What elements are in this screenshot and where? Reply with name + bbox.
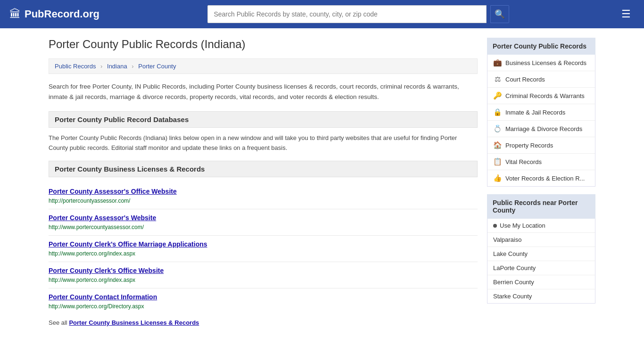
sidebar-item-label: Voter Records & Election R... bbox=[505, 175, 585, 182]
sidebar-item-inmate[interactable]: 🔒 Inmate & Jail Records bbox=[487, 104, 595, 121]
search-input[interactable] bbox=[207, 5, 487, 23]
location-dot-icon bbox=[493, 224, 497, 228]
sidebar-section-records: Porter County Public Records 💼 Business … bbox=[487, 38, 595, 187]
briefcase-icon: 💼 bbox=[493, 58, 502, 67]
logo-text: PubRecord.org bbox=[25, 8, 99, 20]
sidebar-nearby-label: LaPorte County bbox=[493, 264, 536, 272]
sidebar-section-nearby: Public Records near Porter County Use My… bbox=[487, 194, 595, 304]
sidebar-nearby-berrien-county[interactable]: Berrien County bbox=[487, 275, 595, 289]
page-title: Porter County Public Records (Indiana) bbox=[49, 38, 478, 51]
sidebar-item-label: Court Records bbox=[505, 76, 545, 83]
sidebar-nearby-label: Starke County bbox=[493, 293, 532, 300]
record-link-url: http://portercountyassessor.com/ bbox=[49, 197, 130, 204]
house-icon: 🏠 bbox=[493, 141, 502, 149]
logo-icon: 🏛 bbox=[9, 8, 21, 21]
record-link-item: Porter County Contact Information http:/… bbox=[49, 288, 478, 314]
record-link-item: Porter County Assessor's Office Website … bbox=[49, 183, 478, 209]
sidebar-item-label: Inmate & Jail Records bbox=[505, 109, 565, 116]
sidebar-item-label: Marriage & Divorce Records bbox=[505, 125, 582, 132]
databases-section-header: Porter County Public Record Databases bbox=[49, 111, 478, 128]
rings-icon: 💍 bbox=[493, 124, 502, 133]
sidebar-nearby-lake-county[interactable]: Lake County bbox=[487, 247, 595, 261]
links-list: Porter County Assessor's Office Website … bbox=[49, 183, 478, 314]
key-icon: 🔑 bbox=[493, 91, 502, 100]
logo-area[interactable]: 🏛 PubRecord.org bbox=[9, 8, 99, 21]
record-link-item: Porter County Clerk's Office Marriage Ap… bbox=[49, 236, 478, 262]
sidebar-nearby-valparaiso[interactable]: Valparaiso bbox=[487, 233, 595, 247]
sidebar-section-records-header: Porter County Public Records bbox=[487, 38, 595, 55]
business-section: Porter County Business Licenses & Record… bbox=[49, 161, 478, 326]
breadcrumb-link-public-records[interactable]: Public Records bbox=[55, 63, 96, 70]
business-section-header: Porter County Business Licenses & Record… bbox=[49, 161, 478, 177]
description: Search for free Porter County, IN Public… bbox=[49, 82, 478, 102]
record-link-item: Porter County Assessor's Website http://… bbox=[49, 209, 478, 236]
search-area: 🔍 bbox=[207, 5, 509, 23]
sidebar-item-criminal[interactable]: 🔑 Criminal Records & Warrants bbox=[487, 88, 595, 104]
menu-button[interactable]: ☰ bbox=[618, 6, 635, 22]
record-link-title[interactable]: Porter County Assessor's Website bbox=[49, 214, 478, 222]
sidebar-section-records-body: 💼 Business Licenses & Records ⚖ Court Re… bbox=[487, 55, 595, 187]
record-link-item: Porter County Clerk's Office Website htt… bbox=[49, 262, 478, 288]
see-all-link[interactable]: Porter County Business Licenses & Record… bbox=[69, 319, 199, 326]
sidebar-item-marriage[interactable]: 💍 Marriage & Divorce Records bbox=[487, 121, 595, 137]
sidebar: Porter County Public Records 💼 Business … bbox=[487, 38, 595, 326]
sidebar-nearby-label: Berrien County bbox=[493, 279, 534, 286]
sidebar-item-label: Property Records bbox=[505, 142, 553, 149]
record-link-url: http://www.portercountyassessor.com/ bbox=[49, 224, 144, 230]
lock-icon: 🔒 bbox=[493, 108, 502, 116]
record-link-title[interactable]: Porter County Clerk's Office Marriage Ap… bbox=[49, 240, 478, 248]
sidebar-item-court[interactable]: ⚖ Court Records bbox=[487, 71, 595, 88]
sidebar-item-label: Business Licenses & Records bbox=[505, 59, 586, 66]
scales-icon: ⚖ bbox=[493, 75, 502, 83]
sidebar-section-nearby-body: Use My Location Valparaiso Lake County L… bbox=[487, 219, 595, 304]
record-link-url: http://www.porterco.org/index.aspx bbox=[49, 250, 135, 257]
databases-section: Porter County Public Record Databases Th… bbox=[49, 111, 478, 153]
main-container: Porter County Public Records (Indiana) P… bbox=[39, 28, 605, 326]
sidebar-item-vital[interactable]: 📋 Vital Records bbox=[487, 154, 595, 170]
content: Porter County Public Records (Indiana) P… bbox=[49, 38, 478, 326]
databases-description: The Porter County Public Records (Indian… bbox=[49, 133, 478, 153]
record-link-title[interactable]: Porter County Assessor's Office Website bbox=[49, 188, 478, 195]
sidebar-nearby-starke-county[interactable]: Starke County bbox=[487, 289, 595, 303]
record-link-title[interactable]: Porter County Clerk's Office Website bbox=[49, 267, 478, 274]
sidebar-nearby-label: Use My Location bbox=[500, 222, 545, 229]
clipboard-icon: 📋 bbox=[493, 157, 502, 166]
sidebar-item-label: Vital Records bbox=[505, 158, 542, 165]
thumbsup-icon: 👍 bbox=[493, 174, 502, 182]
header: 🏛 PubRecord.org 🔍 ☰ bbox=[0, 0, 644, 28]
breadcrumb-link-porter-county[interactable]: Porter County bbox=[138, 63, 176, 70]
sidebar-item-property[interactable]: 🏠 Property Records bbox=[487, 137, 595, 154]
sidebar-item-business[interactable]: 💼 Business Licenses & Records bbox=[487, 55, 595, 71]
search-icon: 🔍 bbox=[495, 9, 505, 19]
sidebar-item-label: Criminal Records & Warrants bbox=[505, 92, 585, 99]
record-link-title[interactable]: Porter County Contact Information bbox=[49, 293, 478, 301]
record-link-url: http://www.porterco.org/index.aspx bbox=[49, 277, 135, 283]
sidebar-item-voter[interactable]: 👍 Voter Records & Election R... bbox=[487, 170, 595, 186]
record-link-url: http://www.porterco.org/Directory.aspx bbox=[49, 303, 144, 310]
sidebar-nearby-laporte-county[interactable]: LaPorte County bbox=[487, 261, 595, 275]
sidebar-nearby-label: Lake County bbox=[493, 250, 528, 257]
see-all: See all Porter County Business Licenses … bbox=[49, 319, 478, 326]
sidebar-use-location[interactable]: Use My Location bbox=[487, 219, 595, 233]
sidebar-nearby-label: Valparaiso bbox=[493, 236, 521, 243]
search-button[interactable]: 🔍 bbox=[490, 5, 509, 23]
breadcrumb-link-indiana[interactable]: Indiana bbox=[107, 63, 127, 70]
sidebar-section-nearby-header: Public Records near Porter County bbox=[487, 194, 595, 219]
breadcrumb: Public Records › Indiana › Porter County bbox=[49, 58, 478, 74]
